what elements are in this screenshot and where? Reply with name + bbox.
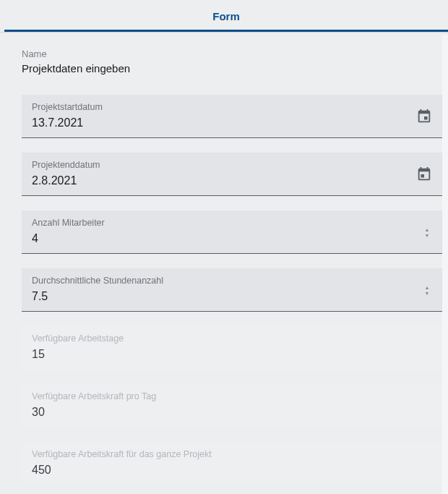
field-value-employee-count: 4 <box>32 230 432 247</box>
name-value: Projektdaten eingeben <box>22 62 442 74</box>
field-label-employee-count: Anzahl Mitarbeiter <box>32 218 432 228</box>
chevron-up-icon[interactable]: ▲ <box>425 284 430 289</box>
field-start-date[interactable]: Projektstartdatum 13.7.2021 <box>22 95 442 138</box>
field-employee-count[interactable]: Anzahl Mitarbeiter 4 ▲ ▼ <box>22 210 442 254</box>
field-avg-hours[interactable]: Durchschnittliche Stundenanzahl 7.5 ▲ ▼ <box>22 268 442 312</box>
field-capacity-per-day: Verfügbare Arbeitskraft pro Tag 30 <box>22 384 442 427</box>
chevron-down-icon[interactable]: ▼ <box>425 232 430 237</box>
field-value-available-days: 15 <box>32 346 432 363</box>
field-label-end-date: Projektenddatum <box>32 160 432 170</box>
stepper-icon[interactable]: ▲ ▼ <box>422 284 432 295</box>
chevron-up-icon[interactable]: ▲ <box>425 226 430 231</box>
field-value-capacity-per-day: 30 <box>32 404 432 421</box>
field-label-available-days: Verfügbare Arbeitstage <box>32 333 432 344</box>
field-value-start-date: 13.7.2021 <box>32 114 432 132</box>
form-content: Name Projektdaten eingeben Projektstartd… <box>0 33 448 492</box>
field-label-start-date: Projektstartdatum <box>32 102 432 112</box>
tab-form[interactable]: Form <box>4 0 448 32</box>
stepper-icon[interactable]: ▲ ▼ <box>422 226 432 237</box>
field-capacity-total: Verfügbare Arbeitskraft für das ganze Pr… <box>22 442 442 485</box>
name-label: Name <box>22 48 442 59</box>
field-value-end-date: 2.8.2021 <box>32 172 432 189</box>
calendar-icon[interactable] <box>416 108 432 124</box>
field-end-date[interactable]: Projektenddatum 2.8.2021 <box>22 153 442 196</box>
scrollbar[interactable] <box>442 35 448 494</box>
tab-bar: Form <box>0 0 448 33</box>
field-label-capacity-per-day: Verfügbare Arbeitskraft pro Tag <box>32 391 432 401</box>
field-label-capacity-total: Verfügbare Arbeitskraft für das ganze Pr… <box>32 449 432 459</box>
field-value-avg-hours: 7.5 <box>32 288 432 305</box>
field-label-avg-hours: Durchschnittliche Stundenanzahl <box>32 276 432 286</box>
calendar-icon[interactable] <box>416 166 432 182</box>
chevron-down-icon[interactable]: ▼ <box>425 290 430 295</box>
field-available-days: Verfügbare Arbeitstage 15 <box>22 326 442 370</box>
field-value-capacity-total: 450 <box>32 461 432 479</box>
